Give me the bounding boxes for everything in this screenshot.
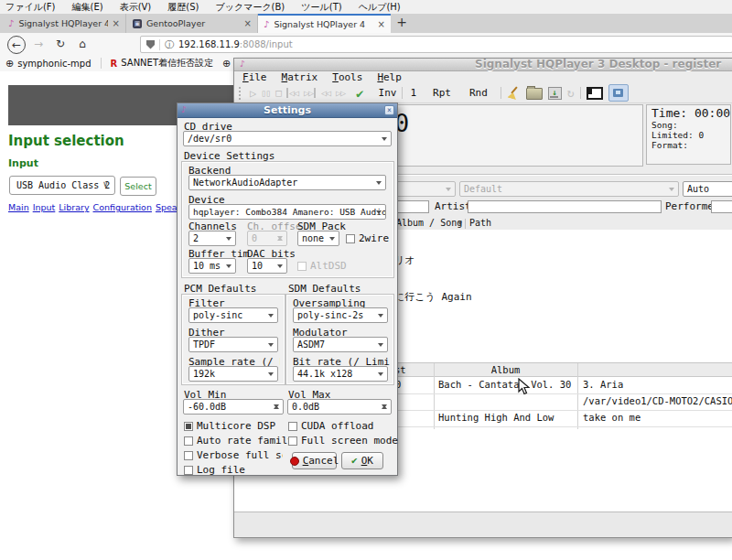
ok-check-icon: ✔ xyxy=(351,455,358,467)
tab-hqplayer-2-active[interactable]: ♪ Signalyst HQPlayer 4 × xyxy=(258,14,391,33)
dither-combobox[interactable]: TPDF xyxy=(188,337,278,352)
new-tab-button[interactable]: + xyxy=(394,15,409,29)
link-library[interactable]: Library xyxy=(59,202,89,212)
link-main[interactable]: Main xyxy=(8,202,29,212)
cancel-button[interactable]: Cancel xyxy=(292,452,337,469)
vol-min-spinbox[interactable]: -60.0dB xyxy=(183,399,284,415)
repeat-button[interactable]: Rpt xyxy=(433,87,451,99)
home-icon[interactable]: ⌂ xyxy=(74,36,91,52)
log-file-checkbox[interactable]: Log file xyxy=(184,464,245,476)
input-device-select[interactable]: USB Audio Class 2 ∨ xyxy=(9,176,115,195)
format-label: Format: xyxy=(651,140,730,150)
play-icon[interactable]: ▷ xyxy=(250,87,255,100)
table-header-album[interactable]: Album xyxy=(434,364,577,375)
link-configuration[interactable]: Configuration xyxy=(93,202,152,212)
2wire-checkbox[interactable]: 2wire xyxy=(346,232,389,244)
ch-offset-spinbox[interactable]: 0 xyxy=(247,231,287,246)
mode-combobox[interactable]: Auto xyxy=(683,181,732,197)
filter-combobox[interactable]: poly-sinc xyxy=(188,307,278,323)
song-label: Song: xyxy=(651,120,730,130)
tree-item[interactable]: に行こう Again xyxy=(394,290,472,304)
stop-icon[interactable]: □ xyxy=(275,87,281,99)
ok-button[interactable]: ✔ OK xyxy=(341,452,383,469)
refresh-icon[interactable]: ↻ xyxy=(567,86,575,100)
previous-track-icon[interactable]: ◁◁ xyxy=(286,88,298,98)
bit-rate-combobox[interactable]: 44.1k x128 xyxy=(293,366,388,382)
fast-forward-icon[interactable]: ▷▷ xyxy=(336,88,345,98)
close-icon[interactable]: × xyxy=(384,105,394,115)
device-combobox[interactable]: hqplayer: Combo384 Amanero: USB Audio xyxy=(188,204,386,220)
random-button[interactable]: Rnd xyxy=(469,87,488,99)
sample-rate-combobox[interactable]: 192k xyxy=(188,366,278,382)
back-icon[interactable]: ← xyxy=(7,36,26,54)
tab-hqplayer-1[interactable]: ♪ Signalyst HQPlayer 4 × xyxy=(3,14,126,33)
cd-drive-combobox[interactable]: /dev/sr0 xyxy=(183,131,392,146)
tab-gentooplayer[interactable]: ▣ GentooPlayer × xyxy=(127,14,258,33)
tab-bar: ♪ Signalyst HQPlayer 4 × ▣ GentooPlayer … xyxy=(0,14,732,33)
menu-help[interactable]: Help xyxy=(377,71,402,83)
clear-playlist-icon[interactable] xyxy=(507,86,521,100)
menu-help[interactable]: ヘルプ(H) xyxy=(359,1,401,14)
open-folder-icon[interactable] xyxy=(526,88,543,100)
menu-tools[interactable]: Tools xyxy=(332,71,362,83)
fullscreen-icon[interactable] xyxy=(587,87,603,100)
full-screen-mode-checkbox[interactable]: Full screen mode xyxy=(288,435,398,447)
reload-icon[interactable]: ↻ xyxy=(52,36,69,52)
url-bar[interactable]: ⓘ 192.168.11.9:8088/input xyxy=(140,36,732,53)
channels-combobox[interactable]: 2 xyxy=(188,231,236,246)
buffer-time-combobox[interactable]: 10 ms xyxy=(188,258,236,274)
invert-button[interactable]: Inv xyxy=(379,87,397,99)
auto-rate-family-checkbox[interactable]: Auto rate family xyxy=(184,435,294,447)
preset-combobox[interactable]: Default xyxy=(459,181,679,197)
menu-file[interactable]: ファイル(F) xyxy=(5,1,56,14)
sort-down-icon[interactable]: ▾ xyxy=(458,218,463,228)
music-note-icon: ♪ xyxy=(264,19,269,29)
bookmark-symphonic-mpd[interactable]: ⊕ symphonic-mpd xyxy=(5,58,92,70)
link-input[interactable]: Input xyxy=(33,202,56,212)
repeat-one-button[interactable]: 1 xyxy=(410,87,416,99)
menu-file[interactable]: File xyxy=(242,71,267,83)
tab-close-icon[interactable]: × xyxy=(113,18,120,28)
modulator-combobox[interactable]: ASDM7 xyxy=(293,337,388,352)
multicore-dsp-checkbox[interactable]: Multicore DSP xyxy=(184,420,275,432)
menu-tools[interactable]: ツール(T) xyxy=(301,1,341,14)
menu-matrix[interactable]: Matrix xyxy=(282,71,318,83)
tree-header-path[interactable]: Path xyxy=(469,218,491,228)
backend-combobox[interactable]: NetworkAudioAdapter xyxy=(188,175,386,190)
bookmark-sannet[interactable]: R SANNET着信拒否設定 xyxy=(111,57,213,70)
performer-filter-input[interactable] xyxy=(711,200,732,213)
tab-close-icon[interactable]: × xyxy=(378,19,385,29)
menu-history[interactable]: 履歴(S) xyxy=(167,1,199,14)
cuda-offload-checkbox[interactable]: CUDA offload xyxy=(288,420,373,432)
artist-label: Artist xyxy=(435,200,471,212)
limited-value: 0 xyxy=(699,130,705,140)
artist-filter-input[interactable] xyxy=(468,200,662,213)
rewind-icon[interactable]: ◁◁ xyxy=(321,88,330,98)
apply-check-icon[interactable]: ✔ xyxy=(356,86,363,101)
oversampling-combobox[interactable]: poly-sinc-2s xyxy=(293,307,388,323)
forward-icon[interactable]: → xyxy=(30,36,47,52)
menu-edit[interactable]: 編集(E) xyxy=(72,1,103,14)
select-button[interactable]: Select xyxy=(120,177,156,196)
verbose-full-screen-checkbox[interactable]: Verbose full scree xyxy=(184,449,283,461)
toolbar-grip[interactable] xyxy=(239,87,242,100)
tab-close-icon[interactable]: × xyxy=(244,18,252,28)
altdsd-checkbox[interactable]: AltDSD xyxy=(297,260,347,272)
vol-max-spinbox[interactable]: 0.0dB xyxy=(287,399,392,415)
dac-bits-combobox[interactable]: 10 xyxy=(247,258,287,274)
menu-bookmarks[interactable]: ブックマーク(B) xyxy=(215,1,285,14)
window-title: Signalyst HQPlayer 3 Desktop - register xyxy=(475,58,721,70)
shield-icon[interactable] xyxy=(146,40,155,49)
sdm-pack-combobox[interactable]: none xyxy=(297,231,339,246)
next-track-icon[interactable]: ▷▷ xyxy=(304,88,316,98)
url-text: 192.168.11.9:8088/input xyxy=(178,39,293,49)
tree-header-album-song[interactable]: Album / Song xyxy=(396,218,462,228)
info-icon[interactable]: ⓘ xyxy=(165,38,174,51)
settings-icon-active[interactable] xyxy=(608,84,629,102)
pause-icon[interactable]: ▯▯ xyxy=(261,88,270,98)
menu-view[interactable]: 表示(V) xyxy=(120,1,152,14)
settings-titlebar[interactable]: ♪ Settings × xyxy=(178,103,397,118)
import-icon[interactable]: ↓ xyxy=(548,87,562,100)
hqplayer-titlebar[interactable]: ♪ Signalyst HQPlayer 3 Desktop - registe… xyxy=(234,59,732,71)
r-badge-icon: R xyxy=(111,59,118,69)
